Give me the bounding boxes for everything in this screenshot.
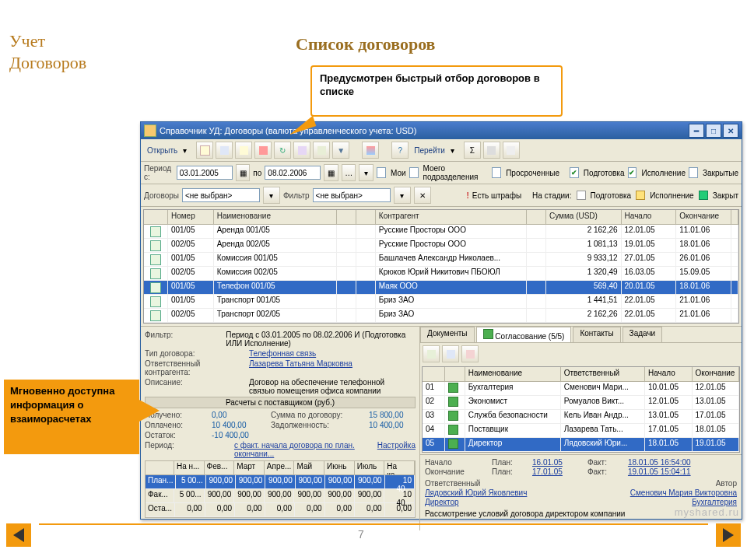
tb-sum-icon[interactable]: Σ bbox=[464, 142, 481, 159]
period-more-button[interactable]: … bbox=[342, 164, 356, 181]
ad-end-plan[interactable]: 17.01.05 bbox=[532, 467, 563, 476]
filter-combo[interactable] bbox=[313, 188, 391, 202]
ad-start-plan[interactable]: 16.01.05 bbox=[532, 458, 563, 467]
mini-header[interactable]: Фев... bbox=[205, 461, 235, 474]
appr-row[interactable]: 05ДиректорЛядовский Юри...18.01.0519.01.… bbox=[423, 438, 739, 452]
tab-documents[interactable]: Документы bbox=[420, 327, 475, 342]
prev-slide-button[interactable] bbox=[6, 523, 31, 547]
d-resp-link[interactable]: Лазарева Татьяна Марковна bbox=[249, 359, 352, 376]
tb-opt-icon[interactable] bbox=[483, 142, 500, 159]
tb-refresh-icon[interactable]: ↻ bbox=[274, 142, 291, 159]
grid-header[interactable] bbox=[527, 210, 546, 224]
table-row[interactable]: 002/05Комиссия 002/05Крюков Юрий Никитов… bbox=[144, 267, 738, 281]
tb-new-icon[interactable] bbox=[196, 142, 213, 159]
grid-header[interactable] bbox=[337, 210, 356, 224]
table-row[interactable]: 001/05Транспорт 001/05Бриз ЗАО1 441,5122… bbox=[144, 295, 738, 309]
grid-header[interactable]: Наименование bbox=[214, 210, 337, 224]
tab-approval[interactable]: Согласование (5/5) bbox=[476, 327, 572, 342]
open-menu[interactable]: Открыть bbox=[144, 146, 181, 155]
cb-dept[interactable] bbox=[409, 167, 419, 178]
tb-tree-icon[interactable] bbox=[313, 142, 330, 159]
table-row[interactable]: 001/05Аренда 001/05Русские Просторы ООО2… bbox=[144, 225, 738, 239]
minimize-button[interactable]: ━ bbox=[689, 124, 704, 138]
cb-prep[interactable]: ✔ bbox=[570, 167, 579, 178]
goto-menu[interactable]: Перейти bbox=[411, 146, 448, 155]
appr-edit-icon[interactable] bbox=[442, 345, 459, 362]
ad-start-fact[interactable]: 18.01.05 16:54:00 bbox=[628, 458, 691, 467]
mini-header[interactable]: Март bbox=[234, 461, 265, 474]
appr-header[interactable] bbox=[445, 367, 465, 381]
cb-closed[interactable] bbox=[689, 167, 698, 178]
mini-header[interactable]: Июль bbox=[355, 461, 385, 474]
contracts-combo[interactable] bbox=[182, 188, 260, 202]
mini-header[interactable]: На н... bbox=[174, 461, 205, 474]
tb-props-icon[interactable] bbox=[293, 142, 310, 159]
date-from-picker-icon[interactable]: ▦ bbox=[236, 164, 251, 181]
filter-clear-icon[interactable]: ✕ bbox=[414, 187, 431, 204]
mini-row[interactable]: Оста...0,000,000,000,000,000,000,000,00 bbox=[146, 503, 415, 517]
window-titlebar[interactable]: Справочник УД: Договоры (валюта управлен… bbox=[141, 122, 742, 139]
grid-header[interactable]: Начало bbox=[622, 210, 677, 224]
appr-new-icon[interactable] bbox=[423, 345, 440, 362]
appr-header[interactable] bbox=[423, 367, 445, 381]
tb-delete-icon[interactable] bbox=[254, 142, 272, 159]
table-row[interactable]: 002/05Аренда 002/05Русские Просторы ООО1… bbox=[144, 239, 738, 253]
tb-grid-icon[interactable] bbox=[362, 142, 379, 159]
tb-edit-icon[interactable] bbox=[235, 142, 252, 159]
contracts-combo-dropdown[interactable]: ▾ bbox=[263, 187, 280, 204]
tb-filter-icon[interactable]: ▼ bbox=[332, 142, 349, 159]
next-slide-button[interactable] bbox=[716, 523, 741, 547]
appr-header[interactable]: Наименование bbox=[465, 367, 561, 381]
appr-row[interactable]: 02ЭкономистРомуалов Викт...12.01.0513.01… bbox=[423, 396, 739, 410]
appr-row[interactable]: 03Служба безопасностиКель Иван Андр...13… bbox=[423, 410, 739, 424]
date-to-input[interactable] bbox=[265, 166, 321, 180]
filter-label: Фильтр bbox=[283, 191, 310, 200]
ad-end-fact[interactable]: 19.01.05 15:04:11 bbox=[628, 467, 691, 476]
appr-del-icon[interactable] bbox=[461, 345, 479, 362]
mini-header[interactable]: Май bbox=[294, 461, 324, 474]
cb-exec[interactable]: ✔ bbox=[628, 167, 637, 178]
monthly-grid[interactable]: На н...Фев...МартАпре...МайИюньИюльНа ко… bbox=[145, 460, 416, 518]
tb-help-icon[interactable]: ? bbox=[391, 142, 409, 159]
date-to-picker-icon[interactable]: ▦ bbox=[324, 164, 338, 181]
mini-header[interactable]: Апре... bbox=[265, 461, 295, 474]
mini-header[interactable]: На ко... bbox=[384, 461, 415, 474]
grid-header[interactable]: Номер bbox=[168, 210, 214, 224]
contracts-grid[interactable]: НомерНаименованиеКонтрагентСумма (USD)На… bbox=[143, 209, 739, 324]
close-button[interactable]: ✕ bbox=[723, 124, 738, 138]
appr-header[interactable]: Ответственный bbox=[561, 367, 645, 381]
maximize-button[interactable]: □ bbox=[706, 124, 721, 138]
appr-row[interactable]: 04ПоставщикЛазарева Тать...17.01.0518.01… bbox=[423, 424, 739, 438]
approval-grid[interactable]: НаименованиеОтветственныйНачалоОкончание… bbox=[422, 366, 740, 453]
tune-link[interactable]: Настройка bbox=[377, 441, 416, 458]
ad-dir-link[interactable]: Директор bbox=[425, 498, 459, 506]
grid-header[interactable]: Сумма (USD) bbox=[546, 210, 622, 224]
ad-buh-link[interactable]: Бухгалтерия bbox=[692, 498, 737, 506]
filter-combo-dropdown[interactable]: ▾ bbox=[394, 187, 411, 204]
mini-header[interactable]: Июнь bbox=[324, 461, 355, 474]
tab-contacts[interactable]: Контакты bbox=[573, 327, 620, 342]
tb-opt2-icon[interactable] bbox=[503, 142, 520, 159]
mini-row[interactable]: Фак...5 00...900,00900,00900,00900,00900… bbox=[146, 489, 415, 503]
tb-copy-icon[interactable] bbox=[216, 142, 233, 159]
table-row[interactable]: 002/05Транспорт 002/05Бриз ЗАО2 162,2622… bbox=[144, 309, 738, 323]
grid-header[interactable] bbox=[356, 210, 376, 224]
appr-header[interactable]: Начало bbox=[645, 367, 692, 381]
d-type-link[interactable]: Телефонная связь bbox=[249, 349, 316, 358]
m-period-link[interactable]: с факт. начала договора по план. окончан… bbox=[234, 441, 373, 458]
appr-row[interactable]: 01БухгалтерияСменович Мари...10.01.0512.… bbox=[423, 382, 739, 396]
grid-header[interactable] bbox=[144, 210, 168, 224]
date-from-input[interactable] bbox=[177, 166, 233, 180]
cb-my[interactable] bbox=[377, 167, 386, 178]
tab-tasks[interactable]: Задачи bbox=[622, 327, 663, 342]
mini-row[interactable]: План...5 00...900,00900,00900,00900,0090… bbox=[146, 475, 415, 489]
period-dropdown-button[interactable]: ▾ bbox=[359, 164, 374, 181]
ad-author-link[interactable]: Сменович Мария Викторовна bbox=[630, 488, 737, 497]
table-row[interactable]: 001/05Телефон 001/05Маяк ООО569,4020.01.… bbox=[144, 281, 738, 295]
grid-header[interactable]: Окончание bbox=[676, 210, 731, 224]
appr-header[interactable]: Окончание bbox=[693, 367, 739, 381]
grid-header[interactable]: Контрагент bbox=[376, 210, 527, 224]
ad-resp-link[interactable]: Лядовский Юрий Яковлевич bbox=[425, 488, 527, 497]
cb-overdue[interactable] bbox=[492, 167, 501, 178]
table-row[interactable]: 001/05Комиссия 001/05Башлачев Александр … bbox=[144, 253, 738, 267]
